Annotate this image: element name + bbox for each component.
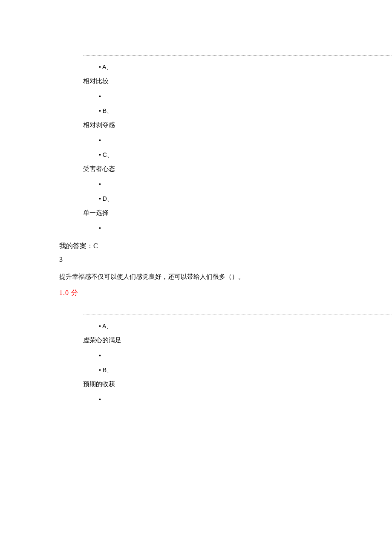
q2-option-c-label: • C、: [99, 151, 392, 159]
q3-number: 3: [59, 256, 392, 263]
q2-my-answer: 我的答案：C: [59, 242, 392, 251]
empty-bullet: •: [99, 352, 392, 359]
q2-option-a-label: • A、: [99, 64, 392, 71]
bullet-icon: •: [99, 195, 101, 202]
option-letter: C、: [103, 151, 113, 158]
q2-option-b-label: • B、: [99, 107, 392, 115]
q3-score: 1.0 分: [59, 289, 392, 298]
q2-option-a-text: 相对比较: [83, 77, 392, 85]
q3-option-a-label: • A、: [99, 323, 392, 330]
empty-bullet: •: [99, 137, 392, 144]
bullet-icon: •: [99, 107, 101, 114]
empty-bullet: •: [99, 93, 392, 100]
q2-option-c-text: 受害者心态: [83, 165, 392, 173]
option-letter: B、: [103, 107, 112, 114]
option-letter: A、: [102, 323, 112, 330]
empty-bullet: •: [99, 225, 392, 231]
q2-option-d-label: • D、: [99, 195, 392, 203]
q2-option-b-text: 相对剥夺感: [83, 121, 392, 129]
empty-bullet: •: [99, 396, 392, 403]
options-divider-top: [83, 315, 392, 315]
bullet-icon: •: [99, 151, 101, 158]
bullet-icon: •: [99, 64, 101, 70]
bullet-icon: •: [99, 367, 101, 373]
q3-text: 提升幸福感不仅可以使人们感觉良好，还可以带给人们很多（）。: [59, 273, 392, 281]
q2-option-d-text: 单一选择: [83, 209, 392, 217]
options-divider-top: [83, 55, 392, 56]
option-letter: D、: [103, 195, 113, 202]
q3-option-a-text: 虚荣心的满足: [83, 336, 392, 344]
bullet-icon: •: [99, 323, 101, 330]
q3-option-b-label: • B、: [99, 367, 392, 374]
option-letter: A、: [102, 64, 112, 70]
empty-bullet: •: [99, 181, 392, 188]
option-letter: B、: [103, 367, 112, 373]
q3-option-b-text: 预期的收获: [83, 380, 392, 388]
